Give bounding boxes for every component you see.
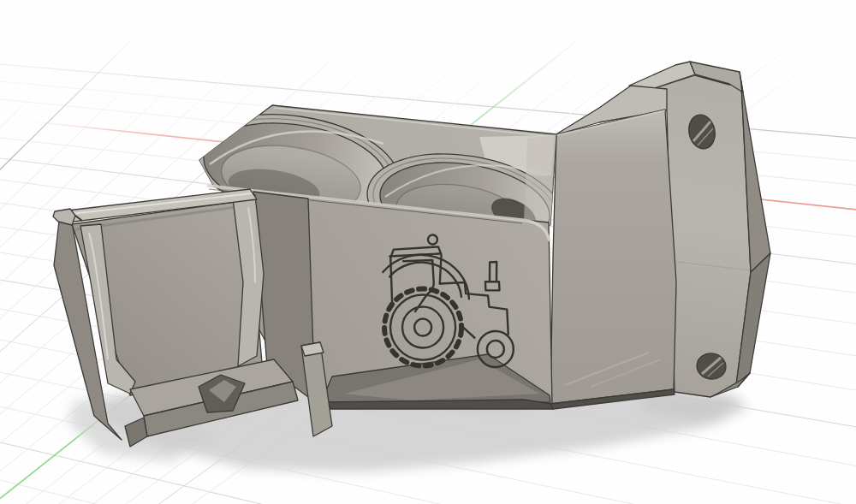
body-right-wall[interactable] [550, 110, 676, 404]
cad-viewport[interactable] [0, 0, 856, 504]
scene-canvas[interactable] [0, 0, 856, 504]
